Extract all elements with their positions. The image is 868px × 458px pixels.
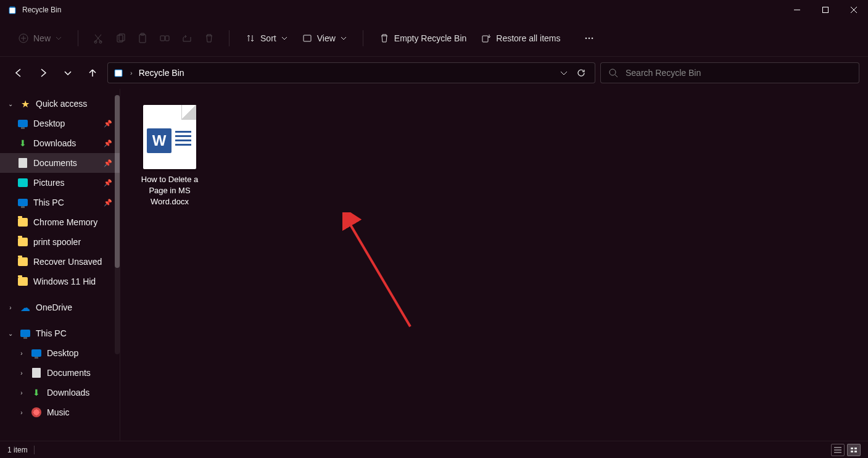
- sidebar-item-pictures[interactable]: Pictures 📌: [0, 173, 120, 193]
- chevron-right-icon: ›: [17, 350, 26, 357]
- sidebar-onedrive[interactable]: › ☁ OneDrive: [0, 298, 120, 317]
- sidebar-item-desktop[interactable]: Desktop 📌: [0, 114, 120, 133]
- svg-rect-21: [115, 70, 122, 77]
- up-button[interactable]: [83, 63, 102, 83]
- music-icon: [31, 407, 42, 418]
- svg-point-22: [610, 69, 616, 75]
- view-button[interactable]: View: [296, 30, 353, 47]
- main-area: ⌄ ★ Quick access Desktop 📌 ⬇ Downloads 📌…: [0, 89, 868, 441]
- back-button[interactable]: [9, 63, 28, 83]
- sidebar-label: print spooler: [33, 237, 81, 247]
- cloud-icon: ☁: [20, 302, 31, 313]
- sidebar-label: Desktop: [47, 348, 78, 358]
- restore-all-button[interactable]: Restore all items: [475, 30, 566, 47]
- file-label: How to Delete a Page in MS Word.docx: [136, 174, 203, 208]
- folder-icon: [17, 236, 28, 248]
- chevron-right-icon: ›: [130, 69, 133, 77]
- search-icon: [608, 68, 618, 78]
- sidebar-quick-access[interactable]: ⌄ ★ Quick access: [0, 94, 120, 114]
- forward-button[interactable]: [33, 63, 53, 83]
- sidebar-label: Quick access: [36, 99, 87, 109]
- sidebar-label: This PC: [33, 198, 64, 207]
- sidebar-label: Recover Unsaved: [33, 257, 102, 267]
- details-view-button[interactable]: [831, 444, 845, 456]
- svg-line-24: [349, 222, 410, 327]
- sidebar-item-downloads[interactable]: › ⬇ Downloads: [0, 383, 120, 402]
- search-box[interactable]: [600, 62, 859, 83]
- window-title: Recycle Bin: [22, 6, 783, 14]
- svg-rect-2: [823, 7, 829, 13]
- cut-button[interactable]: [88, 28, 108, 48]
- share-button[interactable]: [177, 28, 197, 48]
- sidebar-item-folder[interactable]: Windows 11 Hid: [0, 272, 120, 291]
- sidebar-item-thispc[interactable]: This PC 📌: [0, 193, 120, 212]
- sidebar-item-folder[interactable]: Chrome Memory: [0, 212, 120, 232]
- new-button[interactable]: New: [12, 30, 68, 47]
- separator: [229, 30, 229, 46]
- svg-point-19: [588, 37, 590, 39]
- svg-rect-30: [851, 451, 853, 452]
- new-label: New: [33, 33, 51, 43]
- refresh-button[interactable]: [576, 68, 586, 78]
- svg-point-20: [591, 37, 593, 39]
- scrollbar-thumb[interactable]: [115, 95, 120, 268]
- copy-button[interactable]: [110, 28, 130, 48]
- svg-rect-12: [139, 35, 146, 43]
- recycle-bin-icon: [113, 67, 124, 78]
- sidebar-thispc[interactable]: ⌄ This PC: [0, 323, 120, 343]
- sidebar-item-documents[interactable]: › Documents: [0, 363, 120, 383]
- annotation-arrow: [342, 212, 423, 336]
- chevron-down-icon: ⌄: [6, 101, 15, 107]
- sidebar-item-documents[interactable]: Documents 📌: [0, 153, 120, 173]
- svg-rect-0: [9, 7, 15, 14]
- svg-line-23: [615, 75, 618, 77]
- pin-icon: 📌: [104, 199, 116, 207]
- svg-rect-29: [854, 448, 857, 449]
- icons-view-button[interactable]: [847, 444, 861, 456]
- minimize-button[interactable]: [783, 0, 811, 20]
- sidebar-item-folder[interactable]: Recover Unsaved: [0, 252, 120, 272]
- title-bar: Recycle Bin: [0, 0, 868, 20]
- empty-label: Empty Recycle Bin: [394, 33, 466, 43]
- search-input[interactable]: [626, 68, 851, 78]
- sidebar-label: OneDrive: [36, 302, 72, 312]
- close-button[interactable]: [840, 0, 868, 20]
- chevron-right-icon: ›: [17, 409, 26, 416]
- sidebar-item-downloads[interactable]: ⬇ Downloads 📌: [0, 133, 120, 153]
- sidebar-label: Documents: [33, 158, 77, 168]
- picture-icon: [17, 177, 28, 188]
- delete-button[interactable]: [199, 28, 219, 48]
- paste-button[interactable]: [133, 28, 152, 48]
- file-item[interactable]: W How to Delete a Page in MS Word.docx: [133, 101, 207, 212]
- sidebar-item-desktop[interactable]: › Desktop: [0, 343, 120, 363]
- chevron-down-icon: ⌄: [6, 330, 15, 337]
- folder-icon: [17, 276, 28, 287]
- pin-icon: 📌: [104, 179, 116, 187]
- empty-recycle-bin-button[interactable]: Empty Recycle Bin: [373, 30, 473, 47]
- pin-icon: 📌: [104, 120, 116, 128]
- sort-label: Sort: [260, 33, 276, 43]
- content-area[interactable]: W How to Delete a Page in MS Word.docx: [120, 89, 868, 441]
- star-icon: ★: [20, 98, 31, 109]
- svg-rect-17: [482, 36, 488, 42]
- sidebar-label: Music: [47, 407, 70, 417]
- sidebar-item-folder[interactable]: print spooler: [0, 232, 120, 252]
- monitor-icon: [17, 118, 28, 129]
- sort-button[interactable]: Sort: [239, 30, 294, 47]
- sidebar-label: This PC: [36, 328, 67, 338]
- item-count: 1 item: [7, 446, 28, 454]
- recycle-bin-icon: [7, 5, 17, 15]
- svg-rect-16: [304, 35, 311, 41]
- chevron-right-icon: ›: [17, 370, 26, 377]
- rename-button[interactable]: [155, 28, 175, 48]
- maximize-button[interactable]: [811, 0, 840, 20]
- more-button[interactable]: [579, 28, 599, 48]
- chevron-down-icon: [281, 35, 287, 41]
- view-label: View: [317, 33, 336, 43]
- address-bar[interactable]: › Recycle Bin: [107, 62, 595, 83]
- chevron-down-icon[interactable]: [560, 69, 568, 77]
- svg-rect-15: [165, 36, 169, 41]
- sidebar-item-music[interactable]: › Music: [0, 402, 120, 422]
- recent-button[interactable]: [58, 63, 78, 83]
- separator: [34, 446, 35, 454]
